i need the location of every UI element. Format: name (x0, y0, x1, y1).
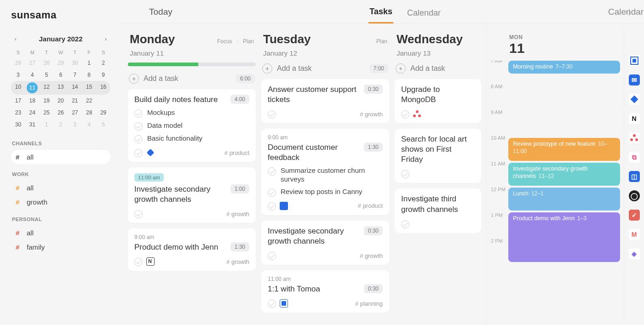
task-card[interactable]: Investigate secondary growth channels0:3… (261, 221, 389, 265)
channel-item-all[interactable]: #all (11, 150, 110, 164)
task-checkbox-icon[interactable] (401, 220, 409, 228)
mini-calendar-day[interactable]: 1 (40, 119, 54, 131)
mini-calendar-day[interactable]: 11 (27, 82, 38, 93)
task-card[interactable]: Answer customer support tickets0:30# gro… (261, 79, 389, 123)
calendar-event[interactable]: Morning routine7–7:30 (508, 61, 620, 74)
mini-calendar-day[interactable]: 5 (96, 119, 110, 131)
mini-calendar-day[interactable]: 20 (54, 95, 68, 107)
gmail-icon[interactable]: M (629, 229, 640, 240)
mini-calendar-day[interactable]: 7 (68, 69, 82, 81)
task-tag[interactable]: # growth (226, 258, 249, 265)
subtask[interactable]: Summarize customer churn surveys (268, 166, 383, 184)
jira-icon[interactable] (629, 94, 640, 105)
checkbox-icon[interactable] (134, 109, 143, 118)
task-tag[interactable]: # growth (360, 252, 383, 259)
add-task-button[interactable]: +Add a task (262, 63, 312, 74)
calendar-event[interactable]: Lunch12–1 (508, 188, 620, 211)
task-tag[interactable]: # growth (360, 111, 383, 118)
mini-calendar-day[interactable]: 18 (25, 95, 40, 107)
checkbox-icon[interactable] (268, 188, 276, 197)
day-action-plan[interactable]: Plan (243, 38, 254, 45)
tab-tasks[interactable]: Tasks (368, 7, 393, 23)
mini-calendar-day[interactable]: 28 (40, 57, 54, 69)
github-icon[interactable]: ◯ (629, 190, 640, 201)
mini-calendar-day[interactable]: 27 (25, 57, 40, 69)
mini-calendar-day[interactable]: 27 (68, 107, 82, 119)
task-checkbox-icon[interactable] (268, 300, 276, 308)
mini-calendar-day[interactable]: 5 (40, 69, 54, 81)
clickup-icon[interactable]: ◆ (629, 248, 640, 259)
mini-calendar-day[interactable]: 21 (68, 95, 82, 107)
task-card[interactable]: Investigate third growth channels (395, 188, 481, 233)
task-tag[interactable]: # product (358, 202, 383, 209)
channel-item-growth[interactable]: #growth (11, 195, 110, 209)
trello-icon[interactable]: ◫ (629, 171, 640, 182)
task-card[interactable]: Search for local art shows on First Frid… (395, 129, 481, 183)
slack-icon[interactable]: ⧉ (629, 152, 640, 163)
add-task-button[interactable]: +Add a task (129, 74, 178, 84)
calendar-event[interactable]: Investigate secondary growth channels11–… (508, 163, 620, 186)
mini-calendar-day[interactable]: 30 (68, 57, 82, 69)
mini-calendar-day[interactable]: 31 (25, 119, 40, 131)
mini-calendar-day[interactable]: 4 (25, 69, 40, 81)
calendar-grid[interactable]: 7 AM8 AM9 AM10 AM11 AM12 PM1 PM2 PMMorni… (487, 61, 624, 325)
mini-calendar-day[interactable]: 4 (82, 119, 96, 131)
mini-calendar-day[interactable]: 9 (96, 69, 110, 81)
subtask[interactable]: Data model (134, 121, 249, 131)
subtask[interactable]: Mockups (134, 108, 249, 118)
task-card[interactable]: 11:00 am1:1 with Tomoa0:30# planning (261, 270, 389, 313)
today-label[interactable]: Today (149, 7, 172, 17)
outlook-icon[interactable]: ✉ (629, 74, 640, 86)
mini-calendar-day[interactable]: 25 (40, 107, 54, 119)
mini-calendar-day[interactable]: 14 (68, 81, 82, 95)
mini-calendar-day[interactable]: 26 (11, 57, 25, 69)
checkbox-icon[interactable] (134, 135, 143, 143)
gcal-icon[interactable] (629, 55, 640, 66)
task-checkbox-icon[interactable] (268, 202, 276, 211)
subtask[interactable]: Basic functionality (134, 134, 249, 143)
task-card[interactable]: 11:00 amInvestigate secondary growth cha… (128, 167, 256, 223)
task-tag[interactable]: # product (224, 149, 249, 156)
subtask[interactable]: Review top posts in Canny (268, 188, 383, 197)
mini-calendar-day[interactable]: 29 (96, 107, 110, 119)
task-card[interactable]: 9:00 amDocument customer feedback1:30Sum… (261, 129, 389, 215)
checkbox-icon[interactable] (134, 122, 143, 131)
task-checkbox-icon[interactable] (268, 252, 276, 260)
task-checkbox-icon[interactable] (134, 210, 143, 218)
mini-calendar-day[interactable]: 30 (11, 119, 25, 131)
task-checkbox-icon[interactable] (401, 170, 409, 178)
day-action-focus[interactable]: Focus (217, 38, 232, 45)
task-checkbox-icon[interactable] (134, 149, 143, 157)
mini-calendar-day[interactable]: 29 (54, 57, 68, 69)
task-tag[interactable]: # planning (355, 300, 383, 307)
mini-calendar-day[interactable]: 10 (11, 81, 25, 95)
tab-calendar[interactable]: Calendar (406, 8, 442, 23)
channel-item-family[interactable]: #family (11, 240, 110, 254)
channel-item-all[interactable]: #all (11, 181, 110, 195)
checkbox-icon[interactable] (268, 167, 276, 176)
task-card[interactable]: Upgrade to MongoDB (395, 79, 481, 123)
mini-calendar-day[interactable]: 2 (96, 57, 110, 69)
channel-item-all[interactable]: #all (11, 226, 110, 240)
asana-icon[interactable] (629, 132, 640, 143)
mini-calendar-day[interactable]: 24 (25, 107, 40, 119)
task-checkbox-icon[interactable] (134, 258, 143, 266)
mini-calendar-day[interactable]: 12 (40, 81, 54, 95)
notion-icon[interactable]: N (629, 113, 640, 124)
prev-month-button[interactable]: ‹ (11, 34, 20, 43)
mini-calendar-day[interactable]: 8 (82, 69, 96, 81)
mini-calendar-day[interactable]: 3 (68, 119, 82, 131)
task-card[interactable]: 9:00 amProduct demo with Jenn1:30# growt… (128, 228, 256, 271)
task-checkbox-icon[interactable] (268, 110, 276, 119)
todoist-icon[interactable]: ✓ (629, 210, 640, 221)
mini-calendar-day[interactable]: 16 (96, 81, 110, 95)
next-month-button[interactable]: › (101, 34, 110, 43)
mini-calendar-day[interactable]: 28 (82, 107, 96, 119)
calendar-event[interactable]: Review prototype of new feature10–11:00 (508, 138, 620, 161)
mini-calendar-day[interactable]: 6 (54, 69, 68, 81)
mini-calendar-day[interactable]: 3 (11, 69, 25, 81)
day-action-plan[interactable]: Plan (376, 38, 387, 45)
mini-calendar-day[interactable]: 19 (40, 95, 54, 107)
task-checkbox-icon[interactable] (401, 110, 409, 119)
add-task-button[interactable]: +Add a task (396, 63, 445, 74)
